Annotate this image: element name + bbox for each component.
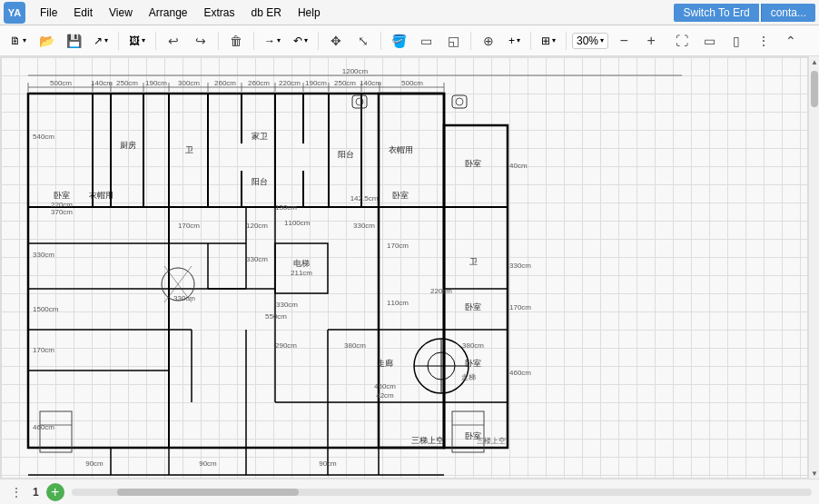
svg-rect-142 xyxy=(40,411,72,452)
add-page-button[interactable]: + xyxy=(46,483,64,501)
svg-text:220cm: 220cm xyxy=(430,287,452,295)
new-dropdown[interactable]: 🗎 ▾ xyxy=(5,32,31,50)
svg-text:330cm: 330cm xyxy=(509,262,531,270)
scroll-thumb-area xyxy=(809,67,819,468)
svg-text:170cm: 170cm xyxy=(33,346,54,354)
svg-text:330cm: 330cm xyxy=(276,301,298,309)
svg-rect-138 xyxy=(352,95,367,108)
svg-text:170cm: 170cm xyxy=(178,222,200,230)
svg-text:330cm: 330cm xyxy=(33,251,54,259)
svg-text:500cm: 500cm xyxy=(50,79,72,87)
shadow-button[interactable]: ◱ xyxy=(441,29,465,53)
insert-dropdown[interactable]: + ▾ xyxy=(504,32,525,50)
svg-text:1100cm: 1100cm xyxy=(284,219,311,227)
arrow-chevron: ▾ xyxy=(304,36,308,44)
bottom-scrollbar[interactable] xyxy=(72,489,812,496)
svg-text:460cm: 460cm xyxy=(33,423,54,431)
svg-text:家卫: 家卫 xyxy=(252,132,268,141)
svg-text:330cm: 330cm xyxy=(353,222,375,230)
arrow-icon: ↶ xyxy=(293,35,302,47)
svg-text:1500cm: 1500cm xyxy=(33,305,59,313)
more-options-button[interactable]: ⋮ xyxy=(7,483,25,501)
menu-view[interactable]: View xyxy=(102,5,140,21)
table-icon: ⊞ xyxy=(541,35,550,47)
svg-rect-140 xyxy=(452,95,467,108)
svg-text:330cm: 330cm xyxy=(246,255,268,263)
connector-chevron: ▾ xyxy=(277,36,281,44)
fullscreen-button[interactable]: ⛶ xyxy=(670,29,694,53)
svg-text:电梯: 电梯 xyxy=(293,259,310,268)
svg-text:140cm: 140cm xyxy=(360,79,381,87)
resize-button[interactable]: ⤡ xyxy=(351,29,375,53)
svg-text:卧室: 卧室 xyxy=(392,191,409,200)
h-scrollbar[interactable] xyxy=(1,478,807,479)
menu-edit[interactable]: Edit xyxy=(66,5,100,21)
save-as-icon: ↗ xyxy=(94,35,103,47)
svg-text:220cm: 220cm xyxy=(279,79,301,87)
view-icon: 🖼 xyxy=(129,35,140,47)
canvas-area[interactable]: 1200cm 500cm 140cm 250cm 190cm xyxy=(0,56,808,479)
svg-text:330cm: 330cm xyxy=(173,294,195,302)
table-dropdown[interactable]: ⊞ ▾ xyxy=(537,32,560,50)
toolbar: 🗎 ▾ 📂 💾 ↗ ▾ 🖼 ▾ ↩ ↪ 🗑 → ▾ ↶ ▾ ✥ ⤡ 🪣 ▭ ◱ … xyxy=(0,25,819,56)
v-scroll-thumb[interactable] xyxy=(811,71,818,107)
menu-arrange[interactable]: Arrange xyxy=(142,5,195,21)
fill-button[interactable]: 🪣 xyxy=(387,29,410,53)
v-scrollbar[interactable]: ▲ ▼ xyxy=(808,56,819,479)
save-dropdown[interactable]: ↗ ▾ xyxy=(89,32,113,50)
layout3-button[interactable]: ⋮ xyxy=(752,29,775,53)
svg-point-141 xyxy=(456,98,463,105)
menu-help[interactable]: Help xyxy=(291,5,328,21)
border-button[interactable]: ▭ xyxy=(414,29,438,53)
app-logo: YA xyxy=(4,2,25,24)
insert-chevron: ▾ xyxy=(517,36,520,44)
zoom-out-button[interactable]: − xyxy=(612,29,636,53)
connector-dropdown[interactable]: → ▾ xyxy=(260,32,285,50)
save-button[interactable]: 💾 xyxy=(62,29,85,53)
svg-text:260cm: 260cm xyxy=(214,79,236,87)
svg-text:550cm: 550cm xyxy=(265,312,287,321)
svg-text:三楼上空: 三楼上空 xyxy=(477,437,506,445)
floorplan-svg: 1200cm 500cm 140cm 250cm 190cm xyxy=(10,66,700,478)
svg-text:380cm: 380cm xyxy=(344,341,366,350)
svg-text:250cm: 250cm xyxy=(116,79,138,87)
grid-canvas: 1200cm 500cm 140cm 250cm 190cm xyxy=(1,57,807,478)
layout2-button[interactable]: ▯ xyxy=(725,29,748,53)
move-button[interactable]: ✥ xyxy=(324,29,348,53)
zoom-in-button[interactable]: ⊕ xyxy=(477,29,500,53)
zoom-reset-button[interactable]: + xyxy=(639,29,663,53)
layout1-button[interactable]: ▭ xyxy=(697,29,721,53)
zoom-selector[interactable]: 30% ▾ xyxy=(572,33,608,49)
scroll-down-arrow[interactable]: ▼ xyxy=(809,468,819,479)
scroll-up-arrow[interactable]: ▲ xyxy=(809,56,819,67)
undo-button[interactable]: ↩ xyxy=(162,29,185,53)
canvas-scroll[interactable]: 1200cm 500cm 140cm 250cm 190cm xyxy=(1,57,807,478)
svg-text:90cm: 90cm xyxy=(199,460,217,468)
switch-to-erd-button[interactable]: Switch To Erd xyxy=(674,4,758,22)
svg-text:阳台: 阳台 xyxy=(338,150,354,159)
svg-text:170cm: 170cm xyxy=(509,303,531,311)
new-icon: 🗎 xyxy=(10,35,21,47)
menu-extras[interactable]: Extras xyxy=(197,5,242,21)
delete-button[interactable]: 🗑 xyxy=(224,29,248,53)
open-button[interactable]: 📂 xyxy=(35,29,58,53)
svg-text:90cm: 90cm xyxy=(319,460,337,468)
view-chevron: ▾ xyxy=(142,36,145,44)
svg-text:1200cm: 1200cm xyxy=(342,67,369,75)
svg-text:450cm: 450cm xyxy=(374,382,396,390)
arrow-dropdown[interactable]: ↶ ▾ xyxy=(289,32,312,50)
view-dropdown[interactable]: 🖼 ▾ xyxy=(124,32,150,50)
svg-text:110cm: 110cm xyxy=(387,299,409,307)
conta-button[interactable]: conta... xyxy=(761,4,815,22)
menu-file[interactable]: File xyxy=(33,5,64,21)
redo-button[interactable]: ↪ xyxy=(189,29,212,53)
svg-text:260cm: 260cm xyxy=(248,79,270,87)
svg-text:衣帽用: 衣帽用 xyxy=(389,145,413,154)
menu-dber[interactable]: db ER xyxy=(244,5,289,21)
bottom-scroll-thumb[interactable] xyxy=(117,489,299,496)
zoom-chevron: ▾ xyxy=(600,36,604,44)
svg-text:460cm: 460cm xyxy=(509,369,531,377)
svg-rect-41 xyxy=(444,125,508,448)
expand-button[interactable]: ⌃ xyxy=(779,29,803,53)
zoom-level: 30% xyxy=(577,35,598,47)
